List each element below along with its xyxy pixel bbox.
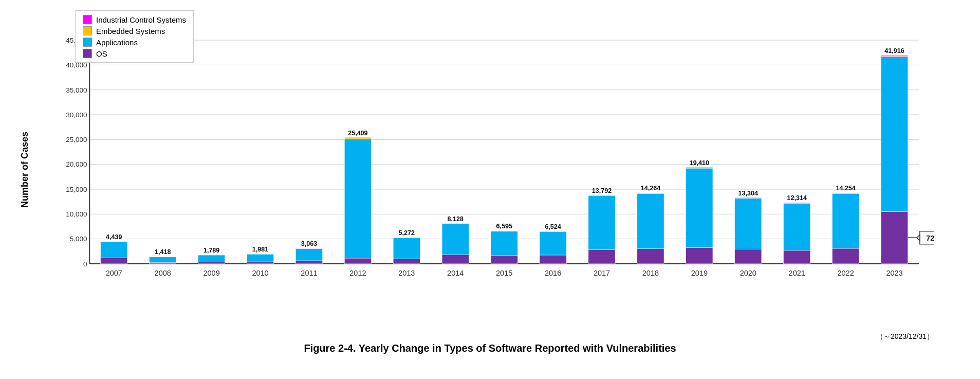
svg-rect-77 [540,232,566,255]
svg-rect-88 [637,249,664,264]
svg-rect-34 [198,262,225,263]
svg-text:1,418: 1,418 [155,248,171,256]
svg-rect-59 [393,238,420,259]
svg-rect-54 [344,138,371,139]
svg-text:35,000: 35,000 [66,86,87,94]
svg-rect-103 [735,197,762,198]
svg-text:4,439: 4,439 [106,233,122,241]
svg-text:15,000: 15,000 [66,186,87,193]
svg-text:13,304: 13,304 [738,190,758,197]
svg-rect-40 [247,262,273,264]
svg-text:2008: 2008 [155,269,171,277]
legend-color [83,26,92,35]
svg-text:0: 0 [83,260,87,268]
svg-text:2020: 2020 [740,269,756,277]
y-axis-label: Number of Cases [15,5,34,334]
svg-rect-82 [588,249,615,264]
svg-text:1,981: 1,981 [252,246,268,253]
svg-rect-28 [150,262,176,264]
svg-rect-65 [442,224,469,255]
svg-rect-89 [637,194,664,249]
svg-rect-71 [491,231,517,255]
svg-text:8,128: 8,128 [448,215,464,223]
svg-marker-126 [917,234,920,241]
svg-text:2010: 2010 [252,269,268,277]
svg-text:2011: 2011 [301,269,317,277]
svg-rect-47 [295,249,322,261]
svg-text:14,264: 14,264 [641,185,660,192]
svg-text:2013: 2013 [398,269,415,277]
svg-rect-64 [442,255,469,264]
legend-color [83,38,92,47]
svg-rect-46 [295,261,322,264]
legend-label: OS [96,49,107,58]
svg-rect-53 [344,139,371,258]
chart-inner: Industrial Control SystemsEmbedded Syste… [34,5,965,334]
svg-text:6,524: 6,524 [545,223,561,230]
svg-rect-70 [491,255,517,264]
legend-color [83,49,92,58]
svg-rect-41 [247,254,273,262]
svg-rect-121 [881,56,908,57]
svg-text:2021: 2021 [789,269,805,277]
svg-text:5,000: 5,000 [70,235,87,243]
svg-text:3,063: 3,063 [301,240,317,247]
svg-text:72.6%: 72.6% [926,234,934,242]
svg-rect-52 [344,258,371,264]
legend-label: Industrial Control Systems [96,15,186,24]
svg-rect-118 [881,211,908,263]
svg-rect-101 [735,198,762,249]
svg-text:14,254: 14,254 [836,185,855,192]
svg-rect-55 [344,137,371,138]
svg-rect-58 [393,259,420,264]
svg-text:2017: 2017 [594,269,610,277]
svg-rect-22 [101,258,127,263]
svg-text:2018: 2018 [642,269,659,277]
svg-text:10,000: 10,000 [66,210,87,218]
bar-chart: 05,00010,00015,00020,00025,00030,00035,0… [65,10,934,309]
svg-rect-107 [784,203,810,250]
svg-text:2019: 2019 [691,269,708,277]
svg-rect-76 [540,255,566,264]
legend: Industrial Control SystemsEmbedded Syste… [75,10,194,63]
svg-rect-67 [442,223,469,224]
svg-rect-83 [588,196,615,249]
svg-text:13,792: 13,792 [592,187,612,194]
legend-label: Embedded Systems [96,27,165,35]
legend-label: Applications [96,38,138,47]
svg-text:2014: 2014 [447,269,464,277]
plot-area: 05,00010,00015,00020,00025,00030,00035,0… [65,10,934,309]
svg-text:2022: 2022 [838,269,854,277]
legend-color [83,15,92,24]
svg-text:2009: 2009 [204,269,220,277]
svg-rect-113 [833,194,859,248]
svg-rect-94 [686,248,713,264]
svg-rect-23 [101,242,127,258]
svg-rect-106 [784,250,810,264]
svg-text:2016: 2016 [545,269,561,277]
svg-rect-35 [198,255,225,262]
svg-text:2007: 2007 [106,269,122,277]
svg-text:1,789: 1,789 [204,247,219,254]
svg-rect-112 [833,248,859,264]
svg-rect-115 [833,193,859,193]
figure-caption: Figure 2-4. Yearly Change in Types of So… [304,342,676,354]
svg-rect-100 [735,249,762,264]
svg-text:12,314: 12,314 [787,194,807,202]
svg-text:25,000: 25,000 [66,136,87,143]
legend-item: Applications [83,38,186,47]
svg-text:2012: 2012 [349,269,366,277]
svg-text:25,409: 25,409 [348,130,367,137]
svg-text:6,595: 6,595 [496,223,512,230]
svg-text:2015: 2015 [496,269,512,277]
svg-text:19,410: 19,410 [690,159,709,167]
svg-rect-85 [588,195,615,196]
legend-item: Embedded Systems [83,26,186,35]
legend-item: Industrial Control Systems [83,15,186,24]
svg-rect-91 [637,193,664,193]
svg-rect-97 [686,167,713,168]
svg-text:2023: 2023 [886,269,902,277]
svg-text:41,916: 41,916 [884,47,904,55]
svg-rect-95 [686,168,713,248]
svg-rect-119 [881,57,908,212]
